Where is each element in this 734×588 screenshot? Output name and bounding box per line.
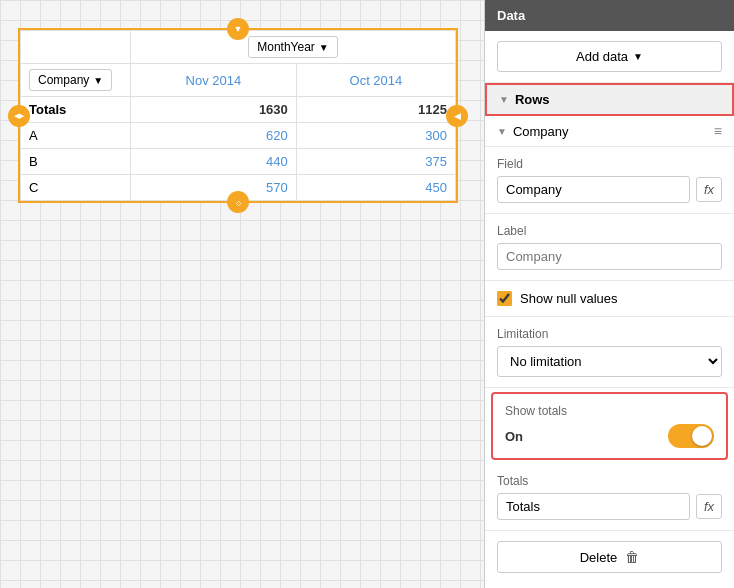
data-table: MonthYear ▼ Company ▼ Nov 2014 <box>20 30 456 201</box>
table-row-company: B <box>21 149 131 175</box>
hamburger-icon[interactable]: ≡ <box>714 123 722 139</box>
right-panel: Data Add data ▼ ▼ Rows ▼ Company ≡ Field <box>484 0 734 588</box>
add-data-section: Add data ▼ <box>485 31 734 83</box>
add-data-button[interactable]: Add data ▼ <box>497 41 722 72</box>
label-section: Label <box>485 214 734 281</box>
table-row-company: C <box>21 175 131 201</box>
table-row-nov: 1630 <box>131 97 297 123</box>
company-row-item[interactable]: ▼ Company ≡ <box>485 116 734 147</box>
table-row-nov: 440 <box>131 149 297 175</box>
totals-input[interactable] <box>497 493 690 520</box>
delete-section: Delete 🗑 <box>485 531 734 583</box>
company-button[interactable]: Company ▼ <box>29 69 112 91</box>
table-row-oct: 450 <box>296 175 455 201</box>
company-chevron: ▼ <box>93 75 103 86</box>
table-row-oct: 375 <box>296 149 455 175</box>
resize-handle-right[interactable] <box>446 105 468 127</box>
trash-icon: 🗑 <box>625 549 639 565</box>
rows-section: ▼ Rows ▼ Company ≡ <box>485 83 734 147</box>
canvas-area: MonthYear ▼ Company ▼ Nov 2014 <box>0 0 484 588</box>
monthyear-button[interactable]: MonthYear ▼ <box>248 36 338 58</box>
panel-header: Data <box>485 0 734 31</box>
company-item-label: Company <box>513 124 569 139</box>
show-null-label: Show null values <box>520 291 618 306</box>
totals-field-label: Totals <box>497 474 722 488</box>
totals-fx-button[interactable]: fx <box>696 494 722 519</box>
delete-button[interactable]: Delete 🗑 <box>497 541 722 573</box>
field-input[interactable] <box>497 176 690 203</box>
show-totals-state: On <box>505 429 523 444</box>
company-item-chevron: ▼ <box>497 126 507 137</box>
table-row-oct: 300 <box>296 123 455 149</box>
table-row-oct: 1125 <box>296 97 455 123</box>
table-widget: MonthYear ▼ Company ▼ Nov 2014 <box>18 28 458 203</box>
table-row-company: Totals <box>21 97 131 123</box>
label-section-label: Label <box>497 224 722 238</box>
limitation-label: Limitation <box>497 327 722 341</box>
rows-header: ▼ Rows <box>485 83 734 116</box>
show-totals-label: Show totals <box>505 404 714 418</box>
limitation-section: Limitation No limitation Top 5 Top 10 Bo… <box>485 317 734 388</box>
totals-field-section: Totals fx <box>485 464 734 531</box>
field-section-label: Field <box>497 157 722 171</box>
show-totals-toggle[interactable] <box>668 424 714 448</box>
toggle-track[interactable] <box>668 424 714 448</box>
table-row-company: A <box>21 123 131 149</box>
show-null-row: Show null values <box>485 281 734 317</box>
field-fx-button[interactable]: fx <box>696 177 722 202</box>
resize-handle-left[interactable] <box>8 105 30 127</box>
table-row-nov: 620 <box>131 123 297 149</box>
field-section: Field fx <box>485 147 734 214</box>
label-input[interactable] <box>497 243 722 270</box>
limitation-select[interactable]: No limitation Top 5 Top 10 Bottom 5 Bott… <box>497 346 722 377</box>
resize-handle-top[interactable] <box>227 18 249 40</box>
oct-header: Oct 2014 <box>350 73 403 88</box>
rows-label: Rows <box>515 92 550 107</box>
resize-handle-bottom[interactable]: ⬦ <box>227 191 249 213</box>
rows-chevron: ▼ <box>499 94 509 105</box>
nov-header: Nov 2014 <box>186 73 242 88</box>
monthyear-chevron: ▼ <box>319 42 329 53</box>
show-totals-section: Show totals On <box>491 392 728 460</box>
table-row-nov: 570 <box>131 175 297 201</box>
show-null-checkbox[interactable] <box>497 291 512 306</box>
toggle-thumb <box>692 426 712 446</box>
